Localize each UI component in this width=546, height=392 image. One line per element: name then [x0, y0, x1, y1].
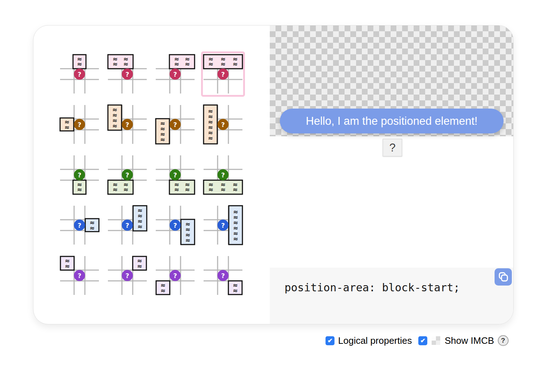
option-span-block-end-inline-end[interactable]: ≈≈≈≈?: [153, 202, 197, 248]
svg-text:?: ?: [173, 272, 177, 279]
svg-text:≈: ≈: [232, 287, 237, 294]
bottom-controls: ✔ Logical properties ✔ Show IMCB ?: [326, 334, 509, 347]
option-cell: ≈≈?: [55, 99, 103, 150]
position-area-options-grid: ≈≈?≈≈≈≈?≈≈≈≈?≈≈≈≈≈≈?≈≈?≈≈≈≈?≈≈≈≈?≈≈≈≈≈≈?…: [55, 49, 247, 301]
option-cell: ≈≈≈≈?: [103, 150, 151, 200]
svg-text:≈: ≈: [208, 135, 213, 142]
option-block-start[interactable]: ≈≈≈≈≈≈?: [201, 51, 245, 97]
option-center-inline-end[interactable]: ≈≈?: [58, 202, 101, 248]
option-block-end-center[interactable]: ≈≈?: [58, 152, 101, 197]
option-cell: ≈≈?: [55, 49, 103, 99]
option-cell: ≈≈?: [151, 250, 199, 301]
option-cell: ≈≈?: [55, 250, 103, 301]
svg-text:?: ?: [77, 272, 81, 279]
svg-text:?: ?: [221, 121, 224, 128]
help-icon[interactable]: ?: [498, 335, 509, 346]
show-imcb-label[interactable]: Show IMCB: [445, 335, 494, 346]
svg-text:≈: ≈: [77, 186, 82, 193]
svg-text:?: ?: [125, 222, 129, 229]
svg-text:≈: ≈: [185, 237, 190, 244]
svg-text:≈: ≈: [89, 224, 94, 232]
option-cell: ≈≈≈≈?: [151, 150, 199, 200]
option-cell: ≈≈?: [103, 250, 151, 301]
svg-text:≈≈≈: ≈≈≈: [208, 60, 238, 68]
anchor-element: ?: [383, 139, 402, 156]
option-cell: ≈≈≈≈?: [151, 99, 199, 150]
option-span-block-start-inline-start[interactable]: ≈≈≈≈?: [105, 102, 149, 147]
option-block-end-span-inline-start[interactable]: ≈≈≈≈?: [105, 152, 149, 197]
option-cell: ≈≈≈≈≈≈?: [199, 99, 247, 150]
option-cell: ≈≈≈≈≈≈?: [199, 200, 247, 250]
svg-text:≈: ≈: [137, 263, 142, 270]
option-inline-start[interactable]: ≈≈≈≈≈≈?: [201, 102, 245, 147]
option-cell: ≈≈≈≈?: [103, 49, 151, 99]
imcb-checkerboard: Hello, I am the positioned element!: [270, 26, 513, 136]
option-cell: ≈≈≈≈?: [103, 200, 151, 250]
svg-text:≈≈≈: ≈≈≈: [208, 186, 238, 193]
svg-text:?: ?: [173, 222, 177, 229]
option-block-start-span-inline-start[interactable]: ≈≈≈≈?: [105, 51, 149, 97]
svg-text:?: ?: [125, 171, 129, 179]
positioned-element: Hello, I am the positioned element!: [280, 109, 504, 133]
svg-text:≈: ≈: [64, 263, 69, 270]
svg-text:?: ?: [173, 70, 177, 78]
copy-icon: [497, 271, 509, 283]
option-cell: ≈≈≈≈?: [151, 49, 199, 99]
option-cell: ≈≈≈≈≈≈?: [199, 49, 247, 99]
copy-button[interactable]: [495, 268, 512, 286]
option-block-end-inline-end[interactable]: ≈≈?: [201, 253, 245, 298]
svg-text:≈: ≈: [233, 235, 238, 242]
code-panel: position-area: block-start;: [270, 268, 513, 324]
svg-text:?: ?: [173, 171, 177, 179]
option-block-end[interactable]: ≈≈≈≈≈≈?: [201, 152, 245, 197]
position-area-tool-card: ≈≈?≈≈≈≈?≈≈≈≈?≈≈≈≈≈≈?≈≈?≈≈≈≈?≈≈≈≈?≈≈≈≈≈≈?…: [33, 25, 514, 324]
option-block-start-center[interactable]: ≈≈?: [58, 51, 101, 97]
logical-properties-checkbox[interactable]: ✔: [326, 336, 335, 345]
option-inline-end[interactable]: ≈≈≈≈≈≈?: [201, 202, 245, 248]
svg-text:≈: ≈: [160, 136, 165, 143]
svg-text:≈: ≈: [137, 223, 142, 230]
svg-text:≈: ≈: [160, 287, 165, 294]
option-block-end-inline-start[interactable]: ≈≈?: [153, 253, 197, 298]
svg-text:?: ?: [77, 222, 81, 229]
option-center-inline-start[interactable]: ≈≈?: [58, 102, 101, 147]
svg-text:?: ?: [125, 70, 129, 78]
option-span-block-end-inline-start[interactable]: ≈≈≈≈?: [153, 102, 197, 147]
option-cell: ≈≈≈≈?: [103, 99, 151, 150]
svg-text:?: ?: [221, 70, 224, 78]
svg-text:≈: ≈: [112, 122, 117, 129]
show-imcb-checkbox[interactable]: ✔: [418, 336, 427, 345]
svg-text:?: ?: [125, 272, 129, 279]
svg-text:?: ?: [173, 121, 177, 128]
transparency-checker-icon: [432, 336, 440, 345]
option-block-start-span-inline-end[interactable]: ≈≈≈≈?: [153, 51, 197, 97]
svg-text:?: ?: [221, 171, 224, 179]
option-cell: ≈≈?: [55, 150, 103, 200]
svg-text:≈: ≈: [64, 124, 69, 131]
option-cell: ≈≈≈≈?: [151, 200, 199, 250]
svg-text:?: ?: [221, 222, 224, 229]
page: ≈≈?≈≈≈≈?≈≈≈≈?≈≈≈≈≈≈?≈≈?≈≈≈≈?≈≈≈≈?≈≈≈≈≈≈?…: [0, 0, 546, 392]
option-span-block-start-inline-end[interactable]: ≈≈≈≈?: [105, 202, 149, 248]
svg-text:?: ?: [221, 272, 224, 279]
svg-text:?: ?: [125, 121, 129, 128]
option-cell: ≈≈≈≈≈≈?: [199, 150, 247, 200]
option-block-start-inline-start[interactable]: ≈≈?: [58, 253, 101, 298]
svg-text:?: ?: [77, 70, 81, 78]
option-block-end-span-inline-end[interactable]: ≈≈≈≈?: [153, 152, 197, 197]
svg-text:?: ?: [77, 171, 81, 179]
option-block-start-inline-end[interactable]: ≈≈?: [105, 253, 149, 298]
code-text: position-area: block-start;: [285, 281, 460, 294]
option-cell: ≈≈?: [199, 250, 247, 301]
svg-text:?: ?: [77, 121, 81, 128]
logical-properties-label[interactable]: Logical properties: [338, 335, 412, 346]
svg-text:≈: ≈: [77, 60, 82, 68]
option-cell: ≈≈?: [55, 200, 103, 250]
